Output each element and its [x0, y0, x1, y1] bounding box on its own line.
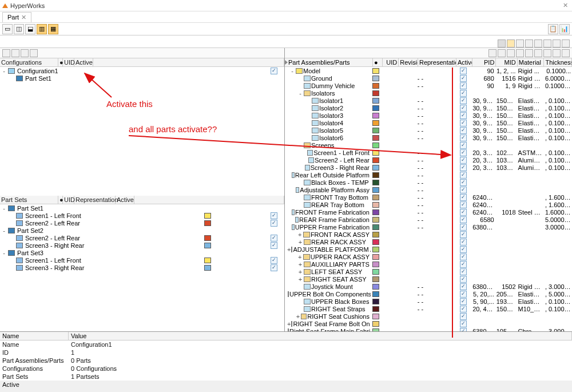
svg-line-1: [85, 73, 112, 97]
annotation-vertical-line: [452, 68, 453, 338]
svg-line-2: [129, 136, 451, 155]
annotation-arrows: [0, 0, 572, 392]
